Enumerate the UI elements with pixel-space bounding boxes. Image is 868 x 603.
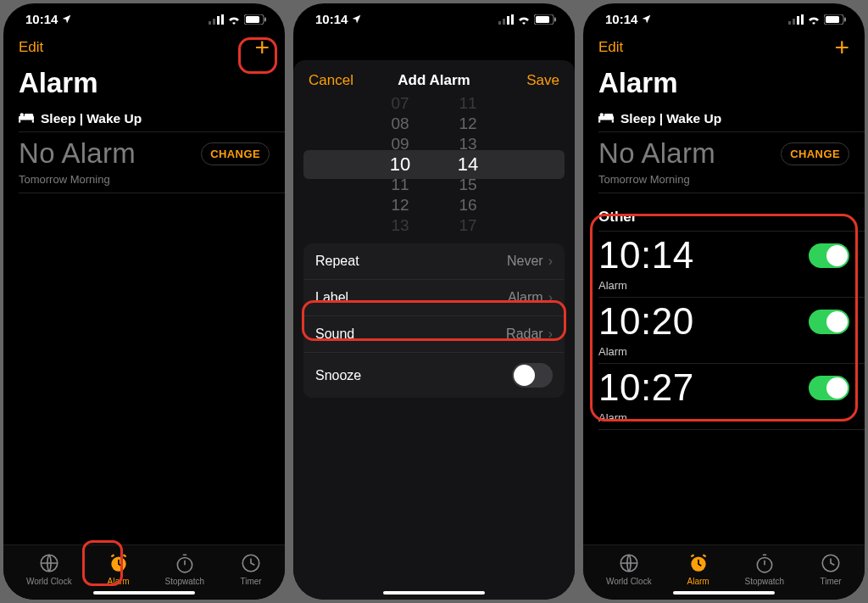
svg-point-33 [600,113,604,117]
modal-title: Add Alarm [359,72,509,89]
repeat-label: Repeat [315,254,359,269]
sound-row[interactable]: Sound Radar› [303,315,565,352]
svg-rect-3 [221,14,224,25]
battery-icon [244,14,266,25]
svg-rect-28 [826,16,839,23]
time-picker[interactable]: 07 08 09 10 11 12 13 11 12 13 14 15 16 1… [303,101,565,228]
other-section-header: Other [583,193,865,231]
alarm-toggle[interactable] [809,243,849,268]
change-sleep-button[interactable]: CHANGE [201,142,270,165]
edit-button[interactable]: Edit [19,39,70,56]
alarm-toggle[interactable] [809,310,849,334]
svg-rect-5 [246,16,259,23]
tab-stopwatch[interactable]: Stopwatch [744,552,784,586]
no-alarm-title: No Alarm [598,137,715,170]
alarm-label: Alarm [583,279,865,297]
snooze-label: Snooze [315,368,361,383]
tab-alarm[interactable]: Alarm [108,552,130,586]
tab-timer[interactable]: Timer [240,552,262,586]
svg-rect-11 [25,114,34,117]
add-alarm-button[interactable]: + [219,38,270,57]
alarm-time: 10:27 [598,369,694,406]
svg-rect-8 [19,120,20,123]
status-time: 10:14 [315,12,348,26]
home-indicator[interactable] [673,591,775,595]
hour-wheel[interactable]: 07 08 09 10 11 12 13 [366,94,434,235]
cancel-button[interactable]: Cancel [309,72,359,89]
svg-rect-25 [797,16,799,25]
status-bar: 10:14 [3,3,285,26]
chevron-right-icon: › [548,290,553,305]
snooze-row: Snooze [303,352,565,398]
tab-world-clock[interactable]: World Clock [606,552,652,586]
sound-label: Sound [315,327,354,342]
svg-rect-31 [598,120,600,123]
status-bar: 10:14 [293,3,575,26]
status-time: 10:14 [605,12,637,26]
label-label: Label [315,290,348,305]
wifi-icon [807,14,821,25]
change-sleep-button[interactable]: CHANGE [781,142,849,165]
screen-alarm-empty: 10:14 Edit + Alarm [3,3,285,600]
svg-rect-32 [612,120,614,123]
save-button[interactable]: Save [509,72,559,89]
home-indicator[interactable] [383,591,485,595]
tab-timer[interactable]: Timer [820,552,842,586]
location-icon [351,14,362,25]
tab-alarm[interactable]: Alarm [687,552,709,586]
no-alarm-subtitle: Tomorrow Morning [583,173,865,193]
svg-rect-1 [213,19,215,25]
nav-bar: Edit + [3,26,285,62]
svg-rect-6 [264,17,266,21]
no-alarm-title: No Alarm [19,137,136,170]
location-icon [641,14,652,25]
minute-wheel[interactable]: 11 12 13 14 15 16 17 [434,94,502,235]
sleep-header-label: Sleep | Wake Up [620,111,721,126]
battery-icon [824,14,846,25]
sleep-section-header: Sleep | Wake Up [3,104,285,131]
alarm-item[interactable]: 10:20 [583,298,865,349]
alarm-time: 10:14 [598,237,694,274]
nav-bar: Edit + [583,26,865,62]
alarm-label: Alarm [583,345,865,363]
battery-icon [534,14,556,25]
tab-world-clock[interactable]: World Clock [26,552,72,586]
add-alarm-button[interactable]: + [798,38,849,57]
wifi-icon [517,14,531,25]
page-title: Alarm [583,62,865,104]
chevron-right-icon: › [548,254,553,269]
snooze-toggle[interactable] [512,363,553,388]
svg-rect-16 [498,21,501,25]
alarm-item[interactable]: 10:14 [583,232,865,282]
cell-signal-icon [788,14,804,25]
screen-add-alarm: 10:14 Cancel Add Alarm [293,3,575,600]
svg-rect-19 [511,14,514,25]
svg-rect-18 [507,16,509,25]
alarm-item[interactable]: 10:27 [583,364,865,415]
svg-rect-24 [793,19,795,25]
alarm-label: Alarm [583,411,865,429]
tab-stopwatch[interactable]: Stopwatch [164,552,204,586]
repeat-row[interactable]: Repeat Never› [303,243,565,279]
svg-rect-22 [554,17,556,21]
bed-icon [19,111,34,126]
cell-signal-icon [209,14,224,25]
sleep-header-label: Sleep | Wake Up [41,111,142,126]
sleep-section-header: Sleep | Wake Up [583,104,865,131]
home-indicator[interactable] [93,591,195,595]
bed-icon [598,111,614,126]
alarm-time: 10:20 [598,303,694,340]
location-icon [61,14,72,25]
screen-alarm-list: 10:14 Edit + Alarm [583,3,865,600]
edit-button[interactable]: Edit [598,39,649,56]
svg-rect-29 [844,17,846,21]
svg-rect-23 [788,21,791,25]
label-row[interactable]: Label Alarm› [303,279,565,315]
svg-rect-9 [32,120,34,123]
modal-nav-bar: Cancel Add Alarm Save [293,60,575,94]
status-time: 10:14 [25,12,58,26]
no-alarm-subtitle: Tomorrow Morning [3,173,285,193]
alarm-toggle[interactable] [809,376,849,400]
wifi-icon [227,14,241,25]
svg-rect-34 [604,114,614,117]
